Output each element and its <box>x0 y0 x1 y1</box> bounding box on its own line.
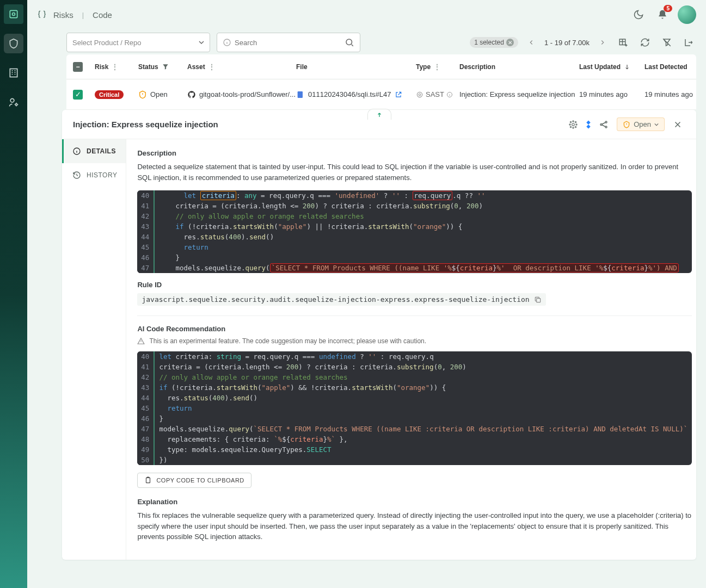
explanation-heading: Explanation <box>137 498 692 506</box>
svg-point-6 <box>346 39 352 45</box>
ai-rec-heading: AI Code Recommendation <box>137 325 692 333</box>
nav-users[interactable] <box>4 92 23 112</box>
moon-icon <box>633 9 644 20</box>
risks-table: − Risk⋮ Status Asset⋮ File Type⋮ Descrip… <box>66 54 696 110</box>
share-icon <box>599 120 609 129</box>
table-row[interactable]: ✓ Critical Open gitgoat-tools-prod/Sunfl… <box>66 79 696 110</box>
tab-details[interactable]: DETAILS <box>62 139 126 163</box>
jira-button[interactable] <box>581 120 596 129</box>
svg-point-1 <box>13 13 15 16</box>
nav-sidebar <box>0 0 27 571</box>
col-detected[interactable]: Last Detected <box>644 63 687 71</box>
page-next[interactable] <box>596 39 609 46</box>
svg-point-22 <box>605 121 607 123</box>
status-text: Open <box>150 90 168 98</box>
breadcrumb-main[interactable]: Risks <box>53 10 73 20</box>
copy-rule-id[interactable] <box>534 296 542 304</box>
collapse-detail-button[interactable] <box>367 109 391 120</box>
ai-icon-button[interactable] <box>566 120 581 129</box>
select-all-checkbox[interactable]: − <box>73 62 83 72</box>
table-plus-icon <box>618 38 628 47</box>
notifications-button[interactable]: 5 <box>654 6 671 23</box>
user-avatar[interactable] <box>678 5 696 24</box>
status-dropdown[interactable]: Open <box>617 117 665 131</box>
search-input[interactable] <box>235 39 341 47</box>
col-asset[interactable]: Asset <box>187 63 205 71</box>
detail-content: Description Detected a sequelize stateme… <box>126 139 703 560</box>
ai-warning: This is an experimental feature. The cod… <box>137 337 692 345</box>
clear-filters-button[interactable] <box>659 38 674 47</box>
svg-point-14 <box>573 127 574 128</box>
history-icon <box>72 171 81 180</box>
rule-id-row: javascript.sequelize.security.audit.sequ… <box>137 293 545 306</box>
external-link-icon[interactable] <box>395 91 402 98</box>
svg-rect-0 <box>10 10 17 17</box>
refresh-button[interactable] <box>637 38 653 47</box>
info-icon[interactable] <box>446 91 453 98</box>
col-description[interactable]: Description <box>459 63 495 71</box>
file-text: 011120243046/sqli.ts#L47 <box>308 90 391 98</box>
svg-point-15 <box>569 123 570 125</box>
share-button[interactable] <box>596 120 611 129</box>
svg-point-23 <box>605 126 607 128</box>
row-checkbox[interactable]: ✓ <box>73 90 83 100</box>
filters-toolbar: Select Product / Repo 1 selected ✕ 1 - 1… <box>27 29 706 54</box>
product-select[interactable]: Select Product / Repo <box>66 33 210 52</box>
ai-icon <box>568 120 578 129</box>
close-detail-button[interactable] <box>670 120 685 129</box>
col-menu-icon[interactable]: ⋮ <box>208 63 215 71</box>
svg-point-19 <box>575 121 576 122</box>
detail-side-tabs: DETAILS HISTORY <box>62 139 126 560</box>
col-status[interactable]: Status <box>138 63 158 71</box>
notification-count: 5 <box>664 5 672 12</box>
caret-down-icon <box>199 40 204 45</box>
nav-security[interactable] <box>4 34 23 53</box>
svg-rect-8 <box>298 91 303 98</box>
description-heading: Description <box>137 149 692 157</box>
export-icon <box>684 38 693 47</box>
explanation-text: This fix replaces the vulnerable sequeli… <box>137 510 692 542</box>
svg-point-20 <box>570 126 572 127</box>
row-detected: 19 minutes ago <box>644 90 693 98</box>
columns-button[interactable] <box>616 38 631 47</box>
svg-rect-26 <box>146 478 150 482</box>
svg-rect-2 <box>10 69 17 77</box>
github-icon <box>187 90 196 99</box>
export-button[interactable] <box>681 38 696 47</box>
detail-panel: Injection: Express sequelize injection O… <box>62 110 696 560</box>
page-prev[interactable] <box>525 39 538 46</box>
col-file[interactable]: File <box>296 63 308 71</box>
chevron-left-icon <box>527 39 535 46</box>
col-menu-icon[interactable]: ⋮ <box>434 63 440 71</box>
shield-alert-icon <box>138 90 147 99</box>
file-code-icon <box>296 90 305 99</box>
col-menu-icon[interactable]: ⋮ <box>112 63 118 71</box>
col-updated[interactable]: Last Updated <box>579 63 621 71</box>
warning-icon <box>137 337 145 345</box>
user-cog-icon <box>8 97 19 108</box>
copy-code-button[interactable]: COPY CODE TO CLIPBOARD <box>137 473 251 488</box>
nav-org[interactable] <box>4 63 23 83</box>
clear-selection[interactable]: ✕ <box>506 39 514 46</box>
refresh-icon <box>640 38 650 47</box>
selection-chip: 1 selected ✕ <box>470 37 518 48</box>
svg-point-13 <box>573 120 574 121</box>
tab-history[interactable]: HISTORY <box>62 163 126 187</box>
svg-point-4 <box>15 104 17 106</box>
col-type[interactable]: Type <box>416 63 431 71</box>
search-field[interactable] <box>217 33 360 52</box>
svg-point-9 <box>417 92 422 97</box>
rule-id-text: javascript.sequelize.security.audit.sequ… <box>142 295 529 304</box>
theme-toggle[interactable] <box>630 6 647 23</box>
svg-point-18 <box>575 126 576 127</box>
filter-icon[interactable] <box>162 63 169 71</box>
detail-title: Injection: Express sequelize injection <box>73 120 218 129</box>
vulnerable-code-block: 40 let criteria: any = req.query.q === '… <box>137 190 692 273</box>
braces-icon <box>37 10 47 20</box>
col-risk[interactable]: Risk <box>95 63 108 71</box>
caret-down-icon <box>654 122 659 127</box>
arrow-up-icon <box>376 112 383 118</box>
svg-point-12 <box>572 123 575 126</box>
app-logo[interactable] <box>4 4 23 24</box>
breadcrumb-sub[interactable]: Code <box>93 10 112 20</box>
